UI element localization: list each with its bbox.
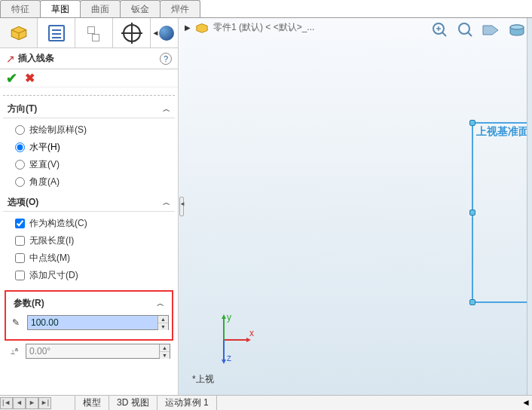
section-options-header[interactable]: 选项(O)︿ — [3, 194, 175, 212]
angle-icon: ⟂a — [8, 347, 21, 356]
angle-input[interactable]: ▲▼ — [26, 344, 170, 359]
sketch-rectangle[interactable]: 上视基准面 — [472, 122, 532, 303]
breadcrumb-text: 零件1 (默认) < <默认>_... — [213, 21, 314, 34]
param-angle-row: ⟂a ▲▼ — [3, 344, 175, 359]
check-construction-label: 作为构造线(C) — [29, 217, 87, 230]
section-direction-header[interactable]: 方向(T)︿ — [3, 100, 175, 118]
param-length-row: ✎ ▲▼ — [9, 315, 169, 330]
svg-marker-7 — [222, 314, 226, 319]
handle-top-left[interactable] — [469, 120, 475, 126]
radio-horizontal[interactable] — [15, 142, 25, 152]
angle-field[interactable] — [26, 344, 159, 358]
tab-feature[interactable]: 特征 — [0, 0, 41, 17]
bottom-tab-3dview[interactable]: 3D 视图 — [109, 395, 157, 410]
check-midpoint[interactable] — [15, 253, 25, 263]
radio-asdrawn[interactable] — [15, 125, 25, 135]
check-infinite[interactable] — [15, 236, 25, 246]
svg-text:y: y — [227, 312, 231, 323]
length-input[interactable]: ▲▼ — [27, 315, 169, 330]
radio-angle-label: 角度(A) — [29, 176, 60, 188]
command-title: 插入线条 — [18, 52, 160, 65]
zoom-fit-icon[interactable] — [430, 20, 451, 41]
divider — [3, 95, 175, 96]
svg-text:z: z — [227, 353, 231, 363]
view-label: *上视 — [192, 373, 214, 386]
handle-bottom-left[interactable] — [469, 299, 475, 305]
dimxpert-button[interactable] — [113, 18, 151, 47]
nav-next[interactable]: ► — [26, 397, 38, 409]
section-params-header[interactable]: 参数(R)︿ — [9, 295, 169, 312]
coordinate-axes: x y z — [209, 325, 254, 372]
right-edge — [527, 18, 532, 395]
bottom-menu-icon[interactable]: ◄ — [520, 397, 532, 409]
tab-sheetmetal[interactable]: 钣金 — [120, 0, 161, 17]
ok-button[interactable]: ✔ — [6, 70, 17, 87]
length-field[interactable] — [28, 316, 157, 329]
handle-mid-left[interactable] — [469, 210, 475, 216]
feature-tree-button[interactable] — [0, 18, 38, 47]
highlighted-params: 参数(R)︿ ✎ ▲▼ — [5, 290, 173, 341]
section-view-icon[interactable] — [481, 20, 502, 41]
radio-angle[interactable] — [15, 177, 25, 187]
panel-resize-handle[interactable] — [179, 18, 185, 395]
tab-weldment[interactable]: 焊件 — [160, 0, 200, 17]
property-manager-button[interactable] — [38, 18, 75, 47]
breadcrumb[interactable]: ▶ 零件1 (默认) < <默认>_... — [185, 21, 314, 34]
radio-vertical[interactable] — [15, 160, 25, 170]
radio-horizontal-label: 水平(H) — [29, 141, 60, 154]
svg-marker-10 — [222, 360, 226, 364]
check-adddim-label: 添加尺寸(D) — [29, 269, 78, 282]
command-header: ↗ 插入线条 ? — [0, 48, 178, 69]
line-tool-icon: ↗ — [6, 53, 15, 65]
check-midpoint-label: 中点线(M) — [29, 252, 70, 265]
config-manager-button[interactable] — [75, 18, 113, 47]
display-style-icon[interactable] — [506, 20, 527, 41]
svg-point-2 — [510, 25, 524, 29]
zoom-area-icon[interactable] — [455, 20, 476, 41]
panel-switcher: ◄ — [0, 18, 178, 48]
help-icon[interactable]: ? — [160, 53, 172, 65]
nav-first[interactable]: |◄ — [0, 397, 13, 409]
check-construction[interactable] — [15, 219, 25, 228]
svg-text:x: x — [249, 328, 254, 338]
command-tabs: 特征 草图 曲面 钣金 焊件 — [0, 0, 532, 18]
section-options: 作为构造线(C) 无限长度(I) 中点线(M) 添加尺寸(D) — [3, 212, 175, 287]
check-adddim[interactable] — [15, 271, 25, 280]
tab-surface[interactable]: 曲面 — [80, 0, 121, 17]
nav-last[interactable]: ►| — [38, 397, 51, 409]
confirm-cancel-row: ✔ ✖ — [0, 69, 178, 87]
radio-asdrawn-label: 按绘制原样(S) — [29, 124, 87, 136]
length-icon: ✎ — [9, 317, 23, 328]
svg-point-1 — [459, 23, 469, 34]
motion-nav: |◄ ◄ ► ►| — [0, 396, 75, 410]
nav-prev[interactable]: ◄ — [13, 397, 26, 409]
section-direction: 按绘制原样(S) 水平(H) 竖直(V) 角度(A) — [3, 118, 175, 194]
radio-vertical-label: 竖直(V) — [29, 158, 60, 171]
bottom-bar: |◄ ◄ ► ►| 模型 3D 视图 运动算例 1 ◄ — [0, 395, 532, 410]
angle-spinner[interactable]: ▲▼ — [159, 344, 170, 358]
cancel-button[interactable]: ✖ — [25, 71, 35, 85]
bottom-tab-motion1[interactable]: 运动算例 1 — [157, 395, 217, 410]
check-infinite-label: 无限长度(I) — [29, 234, 74, 247]
appearance-button[interactable]: ◄ — [151, 18, 178, 47]
property-manager: ◄ ↗ 插入线条 ? ✔ ✖ 方向(T)︿ 按绘制原样(S) 水平(H) 竖直(… — [0, 18, 179, 395]
plane-label: 上视基准面 — [476, 125, 529, 139]
view-toolbar — [430, 20, 527, 41]
bottom-tab-model[interactable]: 模型 — [75, 395, 109, 410]
graphics-viewport[interactable]: ▶ 零件1 (默认) < <默认>_... 上视基准面 x y z — [179, 18, 532, 395]
breadcrumb-expand-icon[interactable]: ▶ — [185, 23, 191, 32]
tab-sketch[interactable]: 草图 — [40, 0, 81, 17]
length-spinner[interactable]: ▲▼ — [157, 316, 168, 329]
